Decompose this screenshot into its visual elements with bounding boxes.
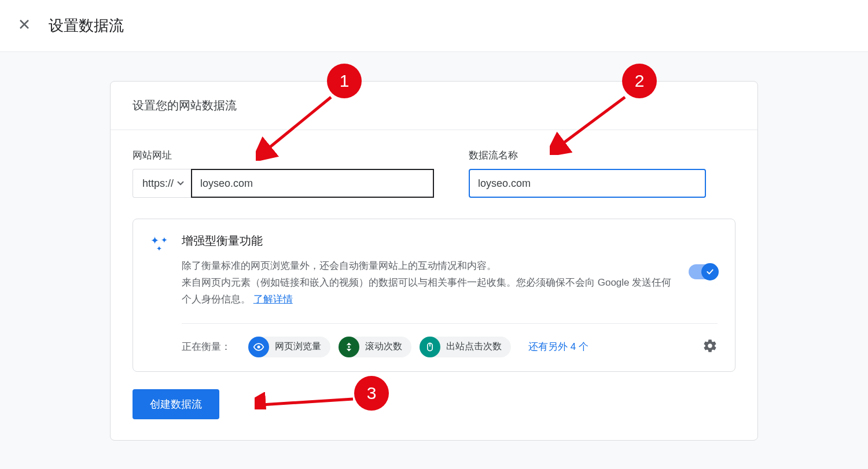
settings-gear-icon[interactable] [703, 338, 718, 356]
toggle-knob-on [701, 263, 719, 280]
chip-outbound: 出站点击次数 [420, 337, 511, 357]
stream-name-field: 数据流名称 [469, 149, 706, 198]
scroll-icon [339, 337, 359, 357]
svg-point-0 [258, 345, 260, 348]
chip-label: 滚动次数 [365, 341, 402, 353]
website-url-field: 网站网址 https:// [133, 149, 434, 198]
protocol-select[interactable]: https:// [133, 169, 191, 198]
website-url-input[interactable] [191, 169, 434, 198]
dialog-title: 设置数据流 [49, 16, 124, 36]
dialog-header: 设置数据流 [0, 0, 868, 52]
chip-scrolls: 滚动次数 [339, 337, 411, 357]
stream-name-label: 数据流名称 [469, 149, 706, 162]
content-area: 设置您的网站数据流 网站网址 https:// 数据流名称 [0, 52, 868, 469]
create-stream-button[interactable]: 创建数据流 [133, 389, 219, 419]
setup-card: 设置您的网站数据流 网站网址 https:// 数据流名称 [110, 81, 758, 441]
mouse-icon [420, 337, 440, 357]
chevron-down-icon [177, 181, 184, 186]
protocol-value: https:// [142, 178, 174, 190]
close-icon[interactable] [17, 17, 31, 34]
url-label: 网站网址 [133, 149, 434, 162]
annotation-badge-2: 2 [622, 64, 657, 98]
chip-label: 出站点击次数 [446, 341, 502, 353]
learn-more-link[interactable]: 了解详情 [253, 294, 293, 305]
measuring-label: 正在衡量： [182, 340, 231, 353]
stream-name-input[interactable] [469, 169, 706, 198]
chip-label: 网页浏览量 [275, 341, 321, 353]
sparkle-icon: ✦✦✦ [150, 234, 169, 253]
chip-pageviews: 网页浏览量 [248, 337, 330, 357]
annotation-badge-1: 1 [327, 64, 362, 98]
enhanced-description: 除了衡量标准的网页浏览量外，还会自动衡量网站上的互动情况和内容。 来自网页内元素… [182, 258, 676, 308]
enhanced-title: 增强型衡量功能 [182, 233, 676, 249]
annotation-badge-3: 3 [354, 376, 389, 411]
card-section-title: 设置您的网站数据流 [111, 82, 757, 130]
more-events-link[interactable]: 还有另外 4 个 [528, 340, 589, 353]
eye-icon [248, 337, 269, 357]
measuring-row: 正在衡量： 网页浏览量 滚动次数 [182, 337, 718, 357]
check-icon [705, 267, 715, 276]
enhanced-toggle[interactable] [689, 264, 718, 279]
enhanced-measurement-box: ✦✦✦ 增强型衡量功能 除了衡量标准的网页浏览量外，还会自动衡量网站上的互动情况… [133, 219, 735, 372]
svg-point-1 [348, 346, 350, 348]
divider [182, 323, 718, 324]
